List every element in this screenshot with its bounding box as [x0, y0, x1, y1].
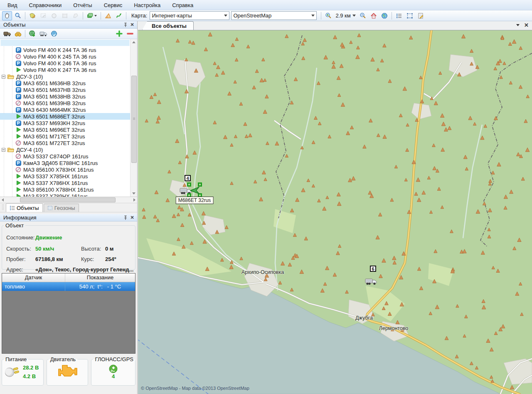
close-icon[interactable]: ✕ [129, 215, 135, 221]
drag-grip[interactable] [2, 204, 5, 211]
objects-toolbar [0, 29, 137, 39]
tree-item-vehicle[interactable]: МАЗ 6501 М686ЕТ 32rus [0, 113, 130, 120]
power-label: Питание [4, 356, 28, 362]
legend-button[interactable] [394, 11, 404, 20]
polygon-geofence-button[interactable] [71, 11, 81, 20]
scroll-left-icon[interactable] [2, 198, 4, 202]
sensor-row[interactable]: топливо540 л; t°: - 1 °С [2, 282, 135, 291]
menu-item-6[interactable]: Справка [167, 1, 198, 10]
add-to-map-button[interactable] [27, 29, 37, 38]
circle-geofence-button[interactable] [49, 11, 59, 20]
home-button[interactable] [369, 11, 379, 20]
globe-track-icon [50, 30, 58, 37]
tree-item-vehicle[interactable]: МАЗ 6501 М717ЕТ 32rus [0, 133, 130, 140]
close-icon[interactable]: ✕ [129, 22, 135, 28]
collapse-expander-icon[interactable] [2, 148, 5, 152]
tree-folder[interactable]: ДСУ-4 (10) [0, 146, 130, 153]
tree-item-vehicle[interactable]: МАЗ 856100 Х783НХ 161rus [0, 166, 130, 173]
tree-item-vehicle[interactable]: МАЗ 856100 Х788НХ 161rus [0, 186, 130, 193]
scroll-down-icon[interactable] [132, 192, 135, 195]
geofence-layers-button[interactable] [85, 11, 99, 20]
tree-item-vehicle[interactable]: PМАЗ 6501 М638НВ 32rus [0, 93, 130, 100]
tree-item-vehicle[interactable]: PМАЗ 6501 М637НВ 32rus [0, 86, 130, 93]
map-draw-button[interactable] [27, 11, 37, 20]
tree-item-vehicle[interactable]: PVolvo FM 400 К 246 ТА 36 rus [0, 60, 130, 66]
satellite-icon [109, 364, 118, 373]
parked-icon: P [16, 81, 21, 86]
zoom-tool-button[interactable] [13, 11, 23, 20]
parked-icon: P [16, 47, 21, 53]
object-filter-row[interactable] [0, 39, 130, 46]
tree-horizontal-scrollbar[interactable] [0, 197, 137, 203]
place-label: Архипо-Осиповка [241, 269, 284, 275]
scale-dropdown[interactable]: 2.9 км [334, 11, 357, 20]
satellite-count: 4 [112, 373, 115, 379]
scroll-up-icon[interactable] [132, 41, 135, 43]
add-object-button[interactable] [114, 29, 124, 38]
edit-notes-button[interactable] [416, 11, 426, 20]
moving-icon [15, 127, 21, 133]
offline-icon [15, 167, 21, 172]
measure-tool-button[interactable] [103, 11, 113, 20]
tree-item-vehicle[interactable]: МАЗ 5337 Х786НХ 161rus [0, 180, 130, 186]
scroll-thumb[interactable] [20, 197, 116, 202]
tree-item-vehicle[interactable]: PКамАЗ ЭД405 Е788НС 161rus [0, 160, 130, 166]
close-icon[interactable]: ✕ [524, 22, 529, 28]
tree-item-vehicle[interactable]: МАЗ 6501 М639НВ 32rus [0, 100, 130, 106]
tree-item-vehicle[interactable]: МАЗ 6501 М696ЕТ 32rus [0, 126, 130, 133]
remove-object-button[interactable] [125, 29, 135, 38]
list-icon [395, 12, 403, 20]
map-tab-all-objects[interactable]: Все объекты [142, 21, 194, 30]
tree-item-vehicle[interactable]: PМАЗ 6430 М664МК 32rus [0, 106, 130, 113]
pan-tool-button[interactable] [2, 11, 12, 20]
tab-objects[interactable]: Объекты [6, 203, 43, 212]
pin-icon[interactable] [122, 22, 129, 28]
tree-item-vehicle[interactable]: МАЗ 5337 Х785НХ 161rus [0, 173, 130, 180]
tree-item-vehicle[interactable]: МАЗ 6501 М727ЕТ 32rus [0, 140, 130, 146]
edit-geofence-button[interactable] [38, 11, 48, 20]
menu-item-2[interactable]: Справочники [24, 1, 67, 10]
map-layer-select[interactable]: OpenStreetMap [231, 11, 317, 20]
show-all-vehicles-button[interactable] [2, 29, 12, 38]
globe-icon [381, 12, 388, 20]
map-canvas[interactable]: Архипо-ОсиповкаДжубгаЛермонтово4М686ЕТ 3… [138, 30, 532, 394]
tree-item-vehicle[interactable]: PМАЗ 5337 М693КН 32rus [0, 120, 130, 126]
collapse-expander-icon[interactable] [2, 75, 5, 79]
tree-item-vehicle[interactable]: Volvo FM 400 К 245 ТА 36 rus [0, 53, 130, 60]
menu-item-4[interactable]: Сервис [99, 1, 128, 10]
map-select-label: Карта: [131, 12, 147, 19]
track-on-map-button[interactable] [49, 29, 59, 38]
routes-button[interactable] [114, 11, 124, 20]
tree-item-vehicle[interactable]: PМАЗ 6501 М636НВ 32rus [0, 80, 130, 86]
menu-item-3[interactable]: Отчёты [68, 1, 97, 10]
select-area-button[interactable] [405, 11, 415, 20]
tree-folder[interactable]: ДСУ-3 (10) [0, 73, 130, 80]
chevron-down-icon [352, 15, 356, 17]
tree-item-vehicle[interactable]: МАЗ 5337 Х789НХ 161rus [0, 193, 130, 197]
scroll-thumb[interactable] [131, 76, 137, 163]
scroll-right-icon[interactable] [133, 198, 135, 202]
power-plug-icon [4, 365, 20, 379]
course-value: 254º [105, 256, 116, 262]
menu-item-5[interactable]: Настройка [129, 1, 165, 10]
objects-panel-tabs: Объекты Геозоны [0, 203, 137, 212]
find-object-button[interactable] [13, 29, 23, 38]
parked-icon: P [16, 121, 21, 126]
object-group-title: Объект [4, 222, 25, 229]
rect-geofence-button[interactable] [60, 11, 70, 20]
menu-item-1[interactable]: Вид [2, 1, 22, 10]
zoom-in-button[interactable] [323, 11, 333, 20]
tree-item-vehicle[interactable]: МАЗ 5337 С874ОР 161rus [0, 153, 130, 160]
tree-vertical-scrollbar[interactable] [130, 39, 137, 197]
tab-geozones[interactable]: Геозоны [44, 204, 79, 212]
tree-item-vehicle[interactable]: PVolvo FM 400 К 244 ТА 36 rus [0, 47, 130, 53]
tab-list-chevron-icon[interactable] [516, 24, 520, 26]
pin-icon[interactable] [122, 215, 129, 221]
map-provider-select[interactable]: Интернет-карты [150, 11, 229, 20]
globe-button[interactable] [379, 11, 389, 20]
voltage-backup: 4.2 В [23, 372, 39, 381]
show-vehicle-button[interactable] [38, 29, 48, 38]
chevron-down-icon [311, 15, 315, 17]
tree-item-vehicle[interactable]: Volvo FM 400 К 247 ТА 36 rus [0, 66, 130, 73]
zoom-out-button[interactable] [358, 11, 368, 20]
